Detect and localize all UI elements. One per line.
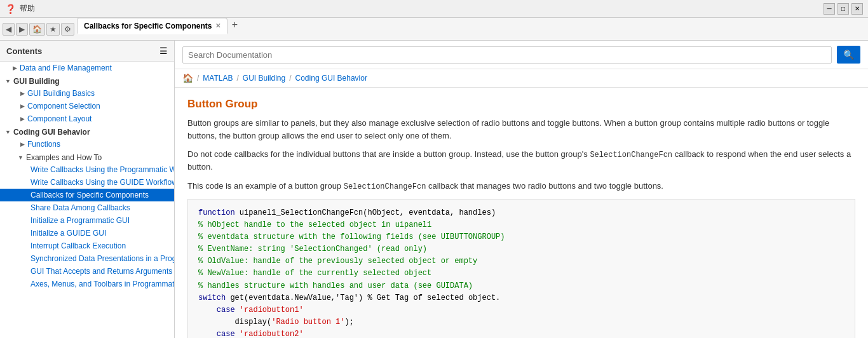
sidebar-link-write-callbacks-guide[interactable]: Write Callbacks Using the GUIDE Workflow [31,178,175,187]
nav-buttons: ◀ ▶ 🏠 ★ ⚙ [0,18,77,40]
home-button[interactable]: 🏠 [29,23,45,36]
settings-button[interactable]: ⚙ [61,23,74,36]
doc-para-1: Button groups are similar to panels, but… [187,117,855,142]
forward-button[interactable]: ▶ [16,23,28,36]
minimize-button[interactable]: ─ [824,3,835,15]
sidebar-link-axes-menus[interactable]: Axes, Menus, and Toolbars in Programmati… [31,280,175,288]
sidebar-label-callbacks-specific: Callbacks for Specific Components [31,191,149,199]
sidebar-link-synchronized-data[interactable]: Synchronized Data Presentations in a Pro… [31,254,175,263]
close-button[interactable]: ✕ [851,3,863,15]
sidebar-link-data-file[interactable]: Data and File Management [20,64,112,72]
sidebar-item-share-data[interactable]: Share Data Among Callbacks [0,201,174,214]
code-line-7: % handles structure with handles and use… [198,280,844,292]
breadcrumb-sep-1: / [197,74,199,83]
sidebar-link-component-selection[interactable]: Component Selection [27,102,100,111]
sidebar-item-gui-arguments[interactable]: GUI That Accepts and Returns Arguments [0,265,174,278]
home-breadcrumb-icon[interactable]: 🏠 [182,73,193,83]
code-comment-3: % EventName: string 'SelectionChanged' (… [198,245,427,254]
sidebar-link-init-guide-gui[interactable]: Initialize a GUIDE GUI [31,229,106,238]
code-comment-5: % NewValue: handle of the currently sele… [198,269,431,278]
new-tab-button[interactable]: + [227,18,241,32]
code-comment-4: % OldValue: handle of the previously sel… [198,257,477,266]
code-string-2: 'Radio button 1' [271,318,344,327]
arrow-icon-3: ▶ [20,103,25,109]
sidebar-label-coding-gui: Coding GUI Behavior [13,128,90,137]
sidebar-link-component-layout[interactable]: Component Layout [27,114,92,123]
sidebar-link-share-data[interactable]: Share Data Among Callbacks [31,203,130,212]
code-comment-2: % eventdata structure with the following… [198,233,505,241]
expand-icon: ▼ [5,78,11,84]
search-input[interactable] [182,46,832,64]
title-bar: ❓ 帮助 ─ □ ✕ [0,0,868,18]
sidebar-section-coding-gui[interactable]: ▼ Coding GUI Behavior [0,125,174,138]
keyword-function: function [198,208,235,217]
arrow-icon-5: ▶ [20,141,25,147]
title-bar-controls[interactable]: ─ □ ✕ [824,3,863,15]
keyword-switch: switch [198,294,226,302]
title-bar-text: 帮助 [20,3,35,14]
doc-para-2: Do not code callbacks for the individual… [187,148,855,173]
sidebar-item-write-callbacks-guide[interactable]: Write Callbacks Using the GUIDE Workflow [0,176,174,189]
sidebar-item-synchronized-data[interactable]: Synchronized Data Presentations in a Pro… [0,252,174,265]
code-switch-expr: get(eventdata.NewValue,'Tag') % Get Tag … [226,294,500,302]
code-display-1: display( [235,318,272,327]
search-bar: 🔍 [175,41,868,69]
sidebar-menu-icon[interactable]: ☰ [159,46,168,56]
back-button[interactable]: ◀ [3,23,15,36]
sidebar-link-init-prog-gui[interactable]: Initialize a Programmatic GUI [31,216,130,225]
arrow-icon-4: ▶ [20,116,25,122]
code-line-10: display('Radio button 1'); [198,316,844,328]
sidebar-item-axes-menus[interactable]: Axes, Menus, and Toolbars in Programmati… [0,278,174,290]
code-line-6: % NewValue: handle of the currently sele… [198,267,844,280]
sidebar-item-data-file[interactable]: ▶ Data and File Management [0,62,174,74]
code-comment-6: % handles structure with handles and use… [198,281,473,290]
sidebar-item-init-guide-gui[interactable]: Initialize a GUIDE GUI [0,227,174,240]
search-button[interactable]: 🔍 [837,46,860,64]
breadcrumb-coding-gui[interactable]: Coding GUI Behavior [295,74,367,83]
sidebar-link-functions[interactable]: Functions [27,140,60,149]
keyword-case-2: case [217,330,235,338]
sidebar-link-write-callbacks-prog[interactable]: Write Callbacks Using the Programmatic W… [31,165,175,174]
doc-title: Button Group [187,98,855,111]
sidebar-title: Contents [6,46,42,56]
sidebar-item-interrupt-callback[interactable]: Interrupt Callback Execution [0,240,174,252]
sidebar-header: Contents ☰ [0,41,174,62]
code-line-5: % OldValue: handle of the previously sel… [198,255,844,267]
sidebar-label-gui-building: GUI Building [13,77,60,86]
code-string-1: 'radiobutton1' [240,306,304,314]
sidebar-label-examples: Examples and How To [26,153,102,162]
breadcrumb-matlab[interactable]: MATLAB [203,74,233,83]
restore-button[interactable]: □ [837,3,849,15]
sidebar-item-gui-basics[interactable]: ▶ GUI Building Basics [0,87,174,100]
code-string-3: 'radiobutton2' [240,330,304,338]
sidebar-section-gui-building[interactable]: ▼ GUI Building [0,74,174,87]
breadcrumb-gui-building[interactable]: GUI Building [243,74,285,83]
content-area: 🔍 🏠 / MATLAB / GUI Building / Coding GUI… [175,41,868,338]
code-line-4: % EventName: string 'SelectionChanged' (… [198,243,844,255]
sidebar: Contents ☰ ▶ Data and File Management ▼ … [0,41,175,338]
code-func-name: uipanel1_SelectionChangeFcn(hObject, eve… [235,208,496,217]
favorites-button[interactable]: ★ [46,23,60,36]
sidebar-link-gui-basics[interactable]: GUI Building Basics [27,89,95,98]
keyword-case-1: case [217,306,235,314]
sidebar-item-functions[interactable]: ▶ Functions [0,138,174,151]
inline-code-2: SelectionChangeFcn [344,182,426,191]
sidebar-item-write-callbacks-prog[interactable]: Write Callbacks Using the Programmatic W… [0,163,174,176]
code-line-11: case 'radiobutton2' [198,328,844,338]
sidebar-link-interrupt-callback[interactable]: Interrupt Callback Execution [31,241,126,250]
tab-close-button[interactable]: ✕ [215,22,220,29]
code-line-9: case 'radiobutton1' [198,304,844,316]
sidebar-item-component-selection[interactable]: ▶ Component Selection [0,100,174,112]
breadcrumb-sep-3: / [289,74,291,83]
sidebar-section-examples[interactable]: ▼ Examples and How To [0,151,174,163]
code-line-2: % hObject handle to the selected object … [198,219,844,231]
inline-code-1: SelectionChangeFcn [590,151,672,159]
sidebar-item-component-layout[interactable]: ▶ Component Layout [0,112,174,125]
arrow-icon-2: ▶ [20,90,25,97]
sidebar-link-gui-arguments[interactable]: GUI That Accepts and Returns Arguments [31,267,172,276]
code-line-8: switch get(eventdata.NewValue,'Tag') % G… [198,292,844,304]
tab-callbacks[interactable]: Callbacks for Specific Components ✕ [77,18,227,34]
breadcrumb: 🏠 / MATLAB / GUI Building / Coding GUI B… [175,69,868,88]
sidebar-item-callbacks-specific[interactable]: Callbacks for Specific Components [0,189,174,201]
sidebar-item-init-prog-gui[interactable]: Initialize a Programmatic GUI [0,214,174,227]
